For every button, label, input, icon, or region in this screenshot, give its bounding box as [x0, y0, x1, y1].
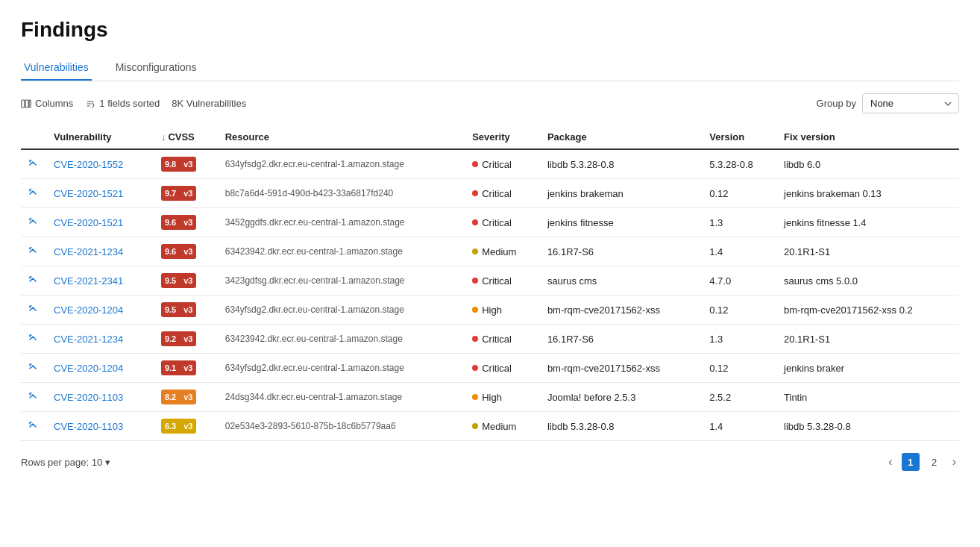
expand-icon[interactable]: [28, 159, 39, 169]
group-by-select[interactable]: None Severity Resource: [862, 93, 959, 113]
expand-cell[interactable]: [21, 383, 46, 412]
tabs-container: Vulnerabilities Misconfigurations: [21, 55, 959, 81]
cvss-cell: 9.6 v3: [154, 208, 218, 237]
severity-cell: Critical: [465, 179, 540, 208]
expand-cell[interactable]: [21, 149, 46, 179]
expand-cell[interactable]: [21, 325, 46, 354]
sorted-indicator[interactable]: 1 fields sorted: [85, 98, 160, 109]
severity-dot-icon: [472, 249, 478, 254]
expand-cell[interactable]: [21, 266, 46, 296]
columns-button[interactable]: Columns: [21, 98, 73, 109]
expand-icon[interactable]: [28, 334, 39, 344]
cvss-cell: 9.1 v3: [154, 354, 218, 383]
cvss-cell: 9.8 v3: [154, 149, 218, 179]
count-label: 8K Vulnerabilities: [172, 98, 246, 109]
resource-cell: 634yfsdg2.dkr.ecr.eu-central-1.amazon.st…: [218, 149, 465, 179]
columns-label: Columns: [35, 98, 73, 109]
version-cell: 1.4: [702, 412, 776, 441]
package-cell: 16.1R7-S6: [540, 325, 702, 354]
vulnerability-cell: CVE-2020-1204: [46, 354, 154, 383]
severity-cell: Medium: [465, 412, 540, 441]
severity-indicator: Medium: [472, 246, 516, 257]
version-cell: 4.7.0: [702, 266, 776, 296]
table-row: CVE-2021-1234 9.6 v3 63423942.dkr.ecr.eu…: [21, 237, 959, 266]
expand-icon[interactable]: [28, 421, 39, 431]
cvss-score: 9.2: [161, 331, 180, 346]
tab-misconfigurations[interactable]: Misconfigurations: [113, 55, 200, 81]
severity-label: High: [482, 304, 502, 316]
prev-page-button[interactable]: ‹: [885, 455, 895, 469]
severity-dot-icon: [472, 394, 478, 400]
version-cell: 1.4: [702, 237, 776, 266]
severity-dot-icon: [472, 307, 478, 313]
cvss-version: v3: [180, 244, 196, 259]
version-cell: 5.3.28-0.8: [702, 149, 776, 179]
expand-icon[interactable]: [28, 392, 39, 402]
severity-dot-icon: [472, 423, 478, 429]
expand-cell[interactable]: [21, 296, 46, 325]
vulnerability-cell: CVE-2020-1521: [46, 208, 154, 237]
expand-icon[interactable]: [28, 275, 39, 286]
vulnerability-cell: CVE-2020-1552: [46, 149, 154, 179]
package-cell: Joomla! before 2.5.3: [540, 383, 702, 412]
expand-icon[interactable]: [28, 188, 39, 199]
expand-icon[interactable]: [28, 363, 39, 373]
vulnerability-cell: CVE-2021-2341: [46, 266, 154, 296]
severity-label: Critical: [482, 363, 512, 374]
expand-cell[interactable]: [21, 208, 46, 237]
severity-cell: Critical: [465, 354, 540, 383]
resource-cell: 63423942.dkr.ecr.eu-central-1.amazon.sta…: [218, 237, 465, 266]
expand-icon[interactable]: [28, 304, 39, 315]
col-resource: Resource: [218, 125, 465, 149]
rows-per-page-chevron: ▾: [105, 457, 110, 468]
package-cell: jenkins fitnesse: [540, 208, 702, 237]
expand-cell[interactable]: [21, 354, 46, 383]
version-cell: 0.12: [702, 296, 776, 325]
resource-cell: 02e534e3-2893-5610-875b-18c6b5779aa6: [218, 412, 465, 441]
table-row: CVE-2020-1103 8.2 v3 24dsg344.dkr.ecr.eu…: [21, 383, 959, 412]
resource-cell: 3452ggdfs.dkr.ecr.eu-central-1.amazon.st…: [218, 208, 465, 237]
severity-cell: Critical: [465, 149, 540, 179]
rows-per-page[interactable]: Rows per page: 10 ▾: [21, 457, 110, 468]
table-row: CVE-2021-1234 9.2 v3 63423942.dkr.ecr.eu…: [21, 325, 959, 354]
sort-icon: [85, 99, 95, 109]
pagination-right: ‹ 1 2 ›: [885, 453, 959, 471]
page-1-button[interactable]: 1: [902, 453, 920, 471]
package-cell: libdb 5.3.28-0.8: [540, 412, 702, 441]
cvss-score: 9.5: [161, 273, 180, 288]
cvss-cell: 6.3 v3: [154, 412, 218, 441]
tab-vulnerabilities[interactable]: Vulnerabilities: [21, 55, 92, 81]
severity-indicator: Critical: [472, 217, 512, 228]
vulnerability-cell: CVE-2020-1103: [46, 412, 154, 441]
columns-icon: [21, 99, 31, 109]
cvss-score: 9.8: [161, 157, 180, 172]
resource-cell: b8c7a6d4-591d-490d-b423-33a6817fd240: [218, 179, 465, 208]
severity-dot-icon: [472, 161, 478, 167]
severity-cell: Critical: [465, 208, 540, 237]
cvss-version: v3: [180, 215, 196, 230]
package-cell: libdb 5.3.28-0.8: [540, 149, 702, 179]
cvss-badge: 9.7 v3: [161, 186, 197, 201]
version-cell: 1.3: [702, 325, 776, 354]
cvss-score: 9.1: [161, 360, 180, 375]
vulnerability-cell: CVE-2021-1234: [46, 325, 154, 354]
severity-cell: Medium: [465, 237, 540, 266]
next-page-button[interactable]: ›: [949, 455, 959, 469]
group-by-container: None Severity Resource: [862, 93, 959, 113]
cvss-version: v3: [180, 302, 196, 317]
severity-label: Critical: [482, 334, 512, 345]
fix-version-cell: 20.1R1-S1: [776, 237, 959, 266]
expand-icon[interactable]: [28, 246, 39, 257]
cvss-version: v3: [180, 419, 196, 434]
page-2-button[interactable]: 2: [926, 453, 943, 471]
severity-cell: High: [465, 383, 540, 412]
table-row: CVE-2021-2341 9.5 v3 3423gdfsg.dkr.ecr.e…: [21, 266, 959, 296]
cvss-score: 9.6: [161, 215, 180, 230]
severity-indicator: Critical: [472, 188, 512, 199]
expand-cell[interactable]: [21, 179, 46, 208]
expand-cell[interactable]: [21, 237, 46, 266]
cvss-cell: 9.7 v3: [154, 179, 218, 208]
expand-icon[interactable]: [28, 217, 39, 228]
expand-cell[interactable]: [21, 412, 46, 441]
col-cvss[interactable]: ↓CVSS: [154, 125, 218, 149]
